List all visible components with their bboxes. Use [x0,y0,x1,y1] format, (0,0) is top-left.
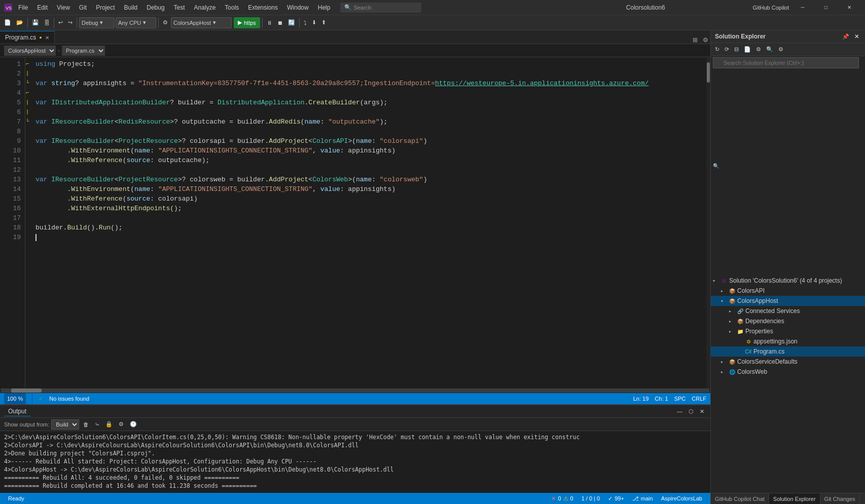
menu-window[interactable]: Window [283,3,313,12]
file-selector[interactable]: Program.cs [62,46,105,56]
status-right: Ln: 19 Ch: 1 SPC CRLF [633,396,706,402]
debug-mode-dropdown[interactable]: Debug ▾ [79,17,115,28]
close-button[interactable]: ✕ [838,0,861,15]
spaces-status[interactable]: ✓ 99+ [604,493,628,504]
se-collapse-button[interactable]: ⊟ [732,44,741,55]
h-scroll-thumb[interactable] [11,389,42,393]
maximize-button[interactable]: □ [814,0,838,15]
se-tab-git-changes[interactable]: Git Changes [820,493,860,505]
se-pin-button[interactable]: 📌 [840,31,851,42]
pause-button[interactable]: ⏸ [265,17,274,28]
project-selector[interactable]: ColorsAppHost [4,46,56,56]
output-toolbar-btn5[interactable]: 🕐 [128,419,139,430]
tree-item-solution[interactable]: ▾ ⊞ Solution 'ColorsSolution6' (4 of 4 p… [711,276,865,286]
attach-profiler-button[interactable]: ⚙ [161,17,170,28]
tree-item-colorsapphost[interactable]: ▾ 📦 ColorsAppHost [711,296,865,306]
menu-edit[interactable]: Edit [33,3,52,12]
se-settings-button[interactable]: ⚙ [776,44,785,55]
undo-button[interactable]: ↩ [56,17,65,28]
tree-item-properties[interactable]: ▸ 📁 Properties [711,326,865,336]
menu-git[interactable]: Git [75,3,91,12]
output-tab[interactable]: Output [4,407,30,416]
ln-col-status[interactable]: 1 / 0 | 0 [578,493,604,504]
step-out-button[interactable]: ⬆ [319,17,328,28]
menu-file[interactable]: File [14,3,32,12]
tree-item-connected-services[interactable]: ▸ 🔗 Connected Services [711,306,865,316]
menu-analyze[interactable]: Analyze [190,3,220,12]
code-content[interactable]: using Projects; var string? appinsights … [29,57,706,388]
repo-name-status[interactable]: AspireColorsLab [657,493,706,504]
scroll-thumb[interactable] [707,62,710,83]
se-tab-copilot[interactable]: GitHub Copilot Chat [711,493,769,505]
output-toolbar-btn1[interactable]: 🗑 [81,419,91,430]
output-line-1: 2>C:\dev\AspireColorSolution6\ColorsAPI\… [4,433,706,441]
new-project-button[interactable]: 📄 [2,17,13,28]
vertical-scrollbar[interactable] [706,57,710,388]
tree-item-colorsservicedefaults[interactable]: ▸ 📦 ColorsServiceDefaults [711,357,865,367]
solution-explorer-toggle[interactable]: ⊞ [690,36,700,44]
zoom-level[interactable]: 100 % [4,393,26,404]
output-source-selector[interactable]: Build [51,419,79,430]
open-button[interactable]: 📂 [14,17,25,28]
tab-close-button[interactable]: ✕ [45,35,49,41]
menu-tools[interactable]: Tools [221,3,243,12]
save-all-button[interactable]: 🗄 [42,17,52,28]
platform-dropdown[interactable]: Any CPU ▾ [116,17,156,28]
tree-item-colorsapi[interactable]: ▸ 📦 ColorsAPI [711,286,865,296]
output-toolbar-btn4[interactable]: ⚙ [117,419,126,430]
output-minimize-button[interactable]: — [675,406,684,417]
run-button[interactable]: ▶ https [234,17,260,28]
window-controls: ─ □ ✕ [791,0,861,15]
se-properties-button[interactable]: ⚙ [754,44,763,55]
se-show-files-button[interactable]: 📄 [742,44,753,55]
menu-test[interactable]: Test [170,3,189,12]
toolbar: 📄 📂 💾 🗄 ↩ ↪ Debug ▾ Any CPU ▾ ⚙ ColorsAp… [0,15,865,30]
output-float-button[interactable]: ⬡ [687,406,696,417]
tree-item-appsettings[interactable]: ⚙ appsettings.json [711,336,865,346]
branch-status[interactable]: ⎇ main [628,493,657,504]
step-over-button[interactable]: ⤵ [302,17,309,28]
tab-program-cs[interactable]: Program.cs ● ✕ [0,31,55,44]
output-content[interactable]: 2>C:\dev\AspireColorSolution6\ColorsAPI\… [0,431,710,493]
code-line-6 [35,107,706,117]
step-into-button[interactable]: ⬇ [310,17,318,28]
horizontal-scrollbar[interactable] [0,388,710,393]
output-toolbar-btn2[interactable]: ⤿ [93,419,101,430]
menu-help[interactable]: Help [314,3,335,12]
editor-settings-button[interactable]: ⚙ [700,36,710,44]
error-count[interactable]: ✕ 0 ⚠ 0 [547,493,577,504]
output-line-4: 4>------ Rebuild All started: Project: C… [4,457,706,466]
tree-item-dependencies[interactable]: ▸ 📦 Dependencies [711,316,865,326]
output-close-button[interactable]: ✕ [698,406,706,417]
se-filter-button[interactable]: 🔍 [764,44,775,55]
run-target-dropdown[interactable]: ColorsAppHost ▾ [171,17,232,28]
se-sync-button[interactable]: ↻ [713,44,722,55]
tree-item-colorsweb[interactable]: ▸ 🌐 ColorsWeb [711,367,865,377]
se-refresh-button[interactable]: ⟳ [723,44,731,55]
menu-project[interactable]: Project [92,3,119,12]
restart-button[interactable]: 🔄 [286,17,297,28]
se-tab-solution-explorer[interactable]: Solution Explorer [769,493,820,505]
stop-button[interactable]: ⏹ [275,17,285,28]
toolbar-separator-5 [262,18,263,28]
output-toolbar-btn3[interactable]: 🔒 [103,419,115,430]
search-box[interactable]: 🔍 Search [340,3,421,13]
programcs-expand-arrow [737,350,743,354]
code-line-4 [35,88,706,98]
tree-item-program-cs[interactable]: C# Program.cs [711,346,865,357]
menu-extensions[interactable]: Extensions [244,3,282,12]
issues-count[interactable]: No issues found [49,396,89,402]
h-scroll-track[interactable] [1,389,709,393]
code-editor[interactable]: 12345 678910 1112131415 16171819 ⌐ | └ ⌐… [0,57,710,388]
colorsservicedefaults-icon: 📦 [728,358,736,366]
menu-debug[interactable]: Debug [142,3,168,12]
properties-icon: 📁 [736,327,744,335]
save-button[interactable]: 💾 [30,17,41,28]
github-copilot[interactable]: GitHub Copilot [752,5,789,11]
redo-button[interactable]: ↪ [66,17,75,28]
minimize-button[interactable]: ─ [791,0,814,15]
se-close-button[interactable]: ✕ [852,31,861,42]
menu-view[interactable]: View [53,3,74,12]
menu-build[interactable]: Build [120,3,142,12]
se-search-input[interactable] [713,57,859,68]
